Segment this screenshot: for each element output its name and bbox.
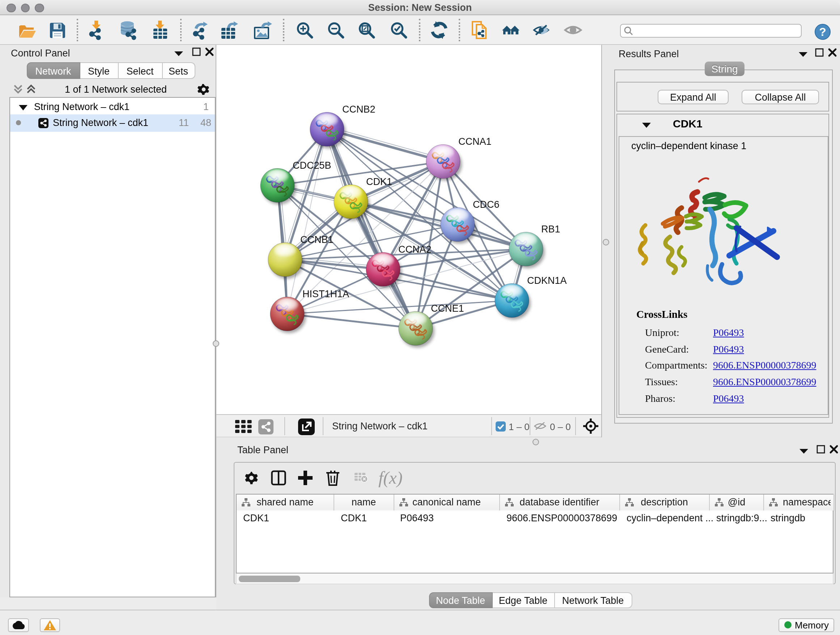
svg-text:?: ? [819,25,826,38]
svg-text:CDC6: CDC6 [473,199,500,210]
svg-text:CDC25B: CDC25B [293,160,332,171]
svg-text:CCNB1: CCNB1 [300,234,333,245]
svg-text:HIST1H1A: HIST1H1A [302,288,349,299]
svg-text:CDKN1A: CDKN1A [527,275,567,286]
svg-text:CCNB2: CCNB2 [342,104,376,115]
svg-text:CCNA2: CCNA2 [398,244,431,255]
svg-text:CDK1: CDK1 [366,176,392,187]
svg-text:CCNE1: CCNE1 [431,303,464,314]
svg-text:RB1: RB1 [541,224,561,234]
svg-text:f(x): f(x) [378,469,402,487]
svg-text:CCNA1: CCNA1 [458,136,492,147]
